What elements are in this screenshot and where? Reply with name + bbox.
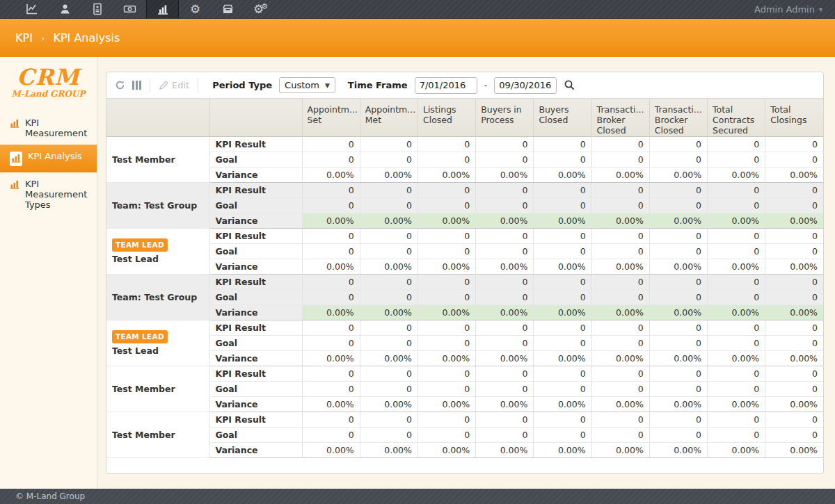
kpi-value-cell: 0.00%: [360, 259, 418, 275]
archive-box-icon[interactable]: [212, 0, 244, 18]
kpi-value-cell: 0: [765, 428, 823, 443]
kpi-value-cell: 0: [476, 275, 534, 290]
footer-copyright: © M-Land Group: [15, 491, 85, 501]
kpi-value-cell: 0: [418, 320, 475, 336]
kpi-value-cell: 0: [649, 275, 707, 290]
sidebar-item-kpi-analysis[interactable]: KPI Analysis: [0, 145, 97, 172]
kpi-value-cell: 0.00%: [708, 168, 765, 183]
breadcrumb-section[interactable]: KPI: [15, 31, 33, 44]
user-menu[interactable]: Admin Admin ▾: [742, 0, 835, 18]
edit-button[interactable]: Edit: [159, 80, 189, 90]
date-to-input[interactable]: [494, 77, 557, 94]
kpi-value-cell: 0.00%: [302, 351, 360, 366]
kpi-value-cell: 0: [302, 229, 360, 244]
member-name-cell: Team: Test Group: [106, 183, 209, 229]
sidebar-item-kpi-measurement[interactable]: KPI Measurement: [0, 111, 97, 145]
member-name-cell: Test Member: [106, 137, 209, 183]
kpi-value-cell: 0.00%: [476, 397, 534, 412]
kpi-value-cell: 0: [534, 152, 591, 168]
row-label-cell: KPI Result: [209, 229, 302, 244]
table-row: Team: Test GroupKPI Result000000000: [106, 275, 823, 290]
kpi-value-cell: 0: [708, 244, 765, 259]
kpi-value-cell: 0.00%: [591, 259, 649, 275]
kpi-value-cell: 0: [360, 198, 418, 213]
bar-chart-icon[interactable]: [146, 0, 179, 18]
kpi-value-cell: 0: [360, 275, 418, 290]
kpi-value-cell: 0: [708, 336, 765, 351]
kpi-value-cell: 0: [418, 198, 475, 213]
logo-subtitle: M-Land GROUP: [4, 89, 93, 99]
row-label-cell: Goal: [209, 428, 302, 443]
kpi-value-cell: 0: [591, 366, 649, 382]
column-header: Transacti... Broker Closed: [591, 99, 649, 137]
kpi-value-cell: 0: [649, 290, 707, 305]
kpi-value-cell: 0: [476, 183, 534, 198]
contact-document-icon[interactable]: [81, 0, 113, 18]
kpi-value-cell: 0: [534, 244, 591, 259]
line-chart-icon[interactable]: [15, 0, 48, 18]
kpi-value-cell: 0: [765, 320, 823, 336]
kpi-value-cell: 0: [302, 382, 360, 397]
kpi-value-cell: 0.00%: [302, 213, 360, 229]
refresh-button[interactable]: [115, 80, 125, 90]
kpi-value-cell: 0: [302, 137, 360, 152]
kpi-value-cell: 0.00%: [360, 168, 418, 183]
kpi-value-cell: 0: [765, 137, 823, 152]
money-icon[interactable]: [113, 0, 146, 18]
kpi-value-cell: 0: [649, 229, 707, 244]
period-type-label: Period Type: [212, 80, 272, 90]
kpi-value-cell: 0: [591, 336, 649, 351]
kpi-value-cell: 0.00%: [765, 351, 823, 366]
kpi-value-cell: 0.00%: [418, 351, 475, 366]
row-label-cell: Variance: [209, 213, 302, 229]
footer: © M-Land Group: [0, 489, 835, 504]
kpi-value-cell: 0.00%: [765, 305, 823, 320]
kpi-value-cell: 0: [765, 366, 823, 382]
kpi-value-cell: 0: [765, 244, 823, 259]
table-row: Test MemberKPI Result000000000: [106, 412, 823, 428]
kpi-value-cell: 0.00%: [708, 305, 765, 320]
kpi-value-cell: 0: [649, 183, 707, 198]
row-label-cell: Goal: [209, 198, 302, 213]
app-window: ⚙ ⚙⚙ Admin Admin ▾ KPI › KPI Analysis CR…: [0, 0, 835, 504]
gear-icon[interactable]: ⚙: [179, 0, 212, 18]
kpi-value-cell: 0: [302, 412, 360, 428]
table-row: Goal000000000: [106, 428, 823, 443]
kpi-value-cell: 0.00%: [534, 397, 591, 412]
kpi-panel: Edit Period Type Custom ▼ Time Frame -: [106, 72, 824, 474]
cogs-icon[interactable]: ⚙⚙: [244, 0, 277, 18]
kpi-value-cell: 0.00%: [649, 168, 707, 183]
kpi-value-cell: 0.00%: [708, 397, 765, 412]
kpi-value-cell: 0: [534, 290, 591, 305]
kpi-value-cell: 0: [534, 229, 591, 244]
kpi-value-cell: 0: [476, 428, 534, 443]
kpi-value-cell: 0.00%: [418, 397, 475, 412]
kpi-value-cell: 0: [649, 336, 707, 351]
kpi-value-cell: 0.00%: [708, 259, 765, 275]
pencil-icon: [159, 81, 168, 90]
member-name: Test Lead: [112, 346, 204, 357]
period-type-select[interactable]: Custom ▼: [279, 77, 335, 93]
kpi-value-cell: 0: [591, 382, 649, 397]
user-icon[interactable]: [48, 0, 81, 18]
kpi-value-cell: 0: [591, 229, 649, 244]
kpi-value-cell: 0: [591, 320, 649, 336]
kpi-value-cell: 0: [360, 290, 418, 305]
member-name: Test Member: [112, 154, 204, 165]
column-header: Transacti... Brocker Closed: [649, 99, 707, 137]
team-lead-badge: TEAM LEAD: [112, 238, 168, 252]
search-button[interactable]: [564, 79, 575, 91]
columns-button[interactable]: [132, 81, 141, 90]
column-header: Total Contracts Secured: [708, 99, 765, 137]
kpi-value-cell: 0: [360, 137, 418, 152]
top-navbar: ⚙ ⚙⚙ Admin Admin ▾: [0, 0, 835, 19]
kpi-value-cell: 0: [649, 428, 707, 443]
kpi-value-cell: 0: [591, 428, 649, 443]
kpi-value-cell: 0: [591, 412, 649, 428]
kpi-value-cell: 0.00%: [708, 443, 765, 458]
kpi-value-cell: 0: [591, 244, 649, 259]
kpi-value-cell: 0: [708, 382, 765, 397]
sidebar-item-kpi-measurement-types[interactable]: KPI Measurement Types: [0, 172, 97, 216]
kpi-value-cell: 0.00%: [302, 443, 360, 458]
date-from-input[interactable]: [415, 77, 477, 94]
